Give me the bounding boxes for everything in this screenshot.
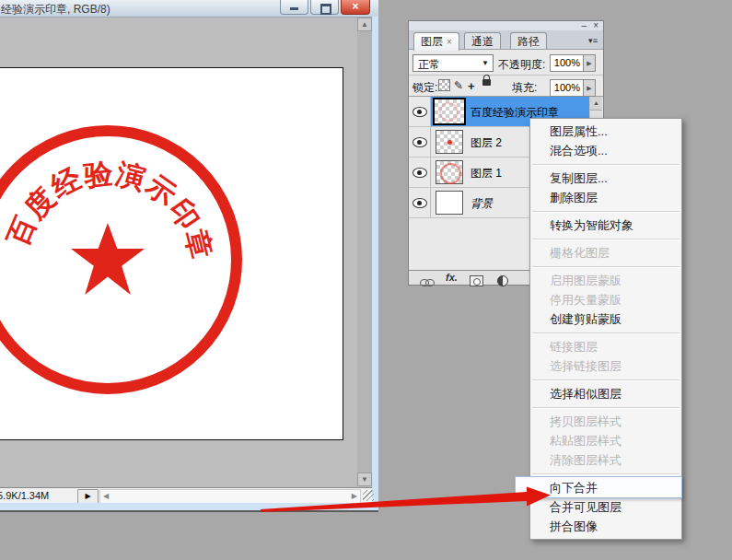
chevron-down-icon: ▼ bbox=[482, 59, 489, 67]
window-bottom-edge bbox=[0, 503, 378, 512]
layer-name: 图层 1 bbox=[471, 166, 502, 181]
context-menu-item-flatten-image[interactable]: 拼合图像 bbox=[530, 517, 681, 536]
lock-position-icon[interactable]: + bbox=[468, 79, 475, 93]
scroll-left-icon[interactable]: ◀ bbox=[103, 492, 109, 500]
context-menu-separator bbox=[530, 207, 681, 216]
context-menu-item-enable-layer-mask: 启用图层蒙版 bbox=[530, 271, 681, 290]
context-menu-item-merge-down[interactable]: 向下合并 bbox=[530, 478, 681, 497]
context-menu-separator bbox=[530, 403, 681, 412]
thumb-stamp bbox=[439, 102, 459, 122]
context-menu-item-clear-layer-style: 清除图层样式 bbox=[530, 450, 681, 470]
tab-layers[interactable]: 图层× bbox=[413, 32, 459, 51]
thumb-dot bbox=[447, 140, 452, 145]
photoshop-workspace: 经验演示印章, RGB/8) × 百度经验演示印章 ▲ ▼ 5.9K/1.34M… bbox=[0, 0, 732, 560]
document-title: 经验演示印章, RGB/8) bbox=[1, 2, 273, 18]
scroll-up-icon[interactable]: ▲ bbox=[590, 97, 602, 111]
layer-thumbnail[interactable] bbox=[436, 160, 463, 184]
layer-thumbnail[interactable] bbox=[436, 130, 463, 154]
context-menu-separator bbox=[530, 262, 681, 271]
layer-thumbnail[interactable] bbox=[433, 98, 466, 125]
opacity-spinner[interactable]: ▶ bbox=[583, 54, 596, 72]
layer-mask-icon[interactable] bbox=[470, 274, 483, 290]
fill-spinner[interactable]: ▶ bbox=[583, 79, 596, 97]
panel-minimize-button[interactable]: – bbox=[581, 21, 587, 30]
context-menu-separator bbox=[530, 235, 681, 243]
eye-icon bbox=[412, 137, 427, 147]
context-menu-item-convert-to-smart-object[interactable]: 转换为智能对象 bbox=[530, 216, 681, 235]
context-menu-item-create-clipping-mask[interactable]: 创建剪贴蒙版 bbox=[530, 309, 681, 329]
context-menu-item-rasterize-layer: 栅格化图层 bbox=[530, 243, 681, 262]
panel-tabs: 图层× 通道 路径 ▾≡ bbox=[409, 30, 603, 50]
vertical-scrollbar[interactable]: ▲ ▼ bbox=[357, 18, 372, 486]
context-menu-item-paste-layer-style: 粘贴图层样式 bbox=[530, 431, 681, 450]
context-menu-item-blending-options[interactable]: 混合选项... bbox=[530, 141, 681, 160]
link-layers-icon[interactable] bbox=[420, 274, 435, 290]
scroll-up-icon[interactable]: ▲ bbox=[357, 18, 372, 31]
document-status-bar: 5.9K/1.34M ▶ ◀ ▶ bbox=[0, 487, 372, 504]
eye-icon bbox=[412, 198, 427, 208]
opacity-input[interactable]: 100% bbox=[550, 54, 584, 72]
scroll-down-icon[interactable]: ▼ bbox=[357, 472, 372, 486]
context-menu-item-copy-layer-style: 拷贝图层样式 bbox=[530, 412, 681, 431]
lock-fill-row: 锁定: ✎ + 填充: 100% ▶ bbox=[409, 75, 603, 97]
visibility-toggle[interactable] bbox=[409, 127, 431, 157]
context-menu-item-select-linked-layers: 选择链接图层 bbox=[530, 356, 681, 376]
blend-options-row: 正常 ▼ 不透明度: 100% ▶ bbox=[409, 52, 603, 74]
context-menu-item-select-similar-layers[interactable]: 选择相似图层 bbox=[530, 384, 681, 403]
fill-label: 填充: bbox=[512, 80, 537, 96]
visibility-toggle[interactable] bbox=[409, 188, 431, 217]
document-titlebar[interactable]: 经验演示印章, RGB/8) × bbox=[0, 0, 378, 18]
lock-transparency-icon[interactable] bbox=[438, 79, 450, 91]
context-menu-separator bbox=[530, 470, 681, 478]
tab-close-icon[interactable]: × bbox=[447, 37, 452, 47]
window-edge bbox=[372, 17, 378, 510]
maximize-button[interactable] bbox=[310, 0, 339, 15]
fill-input[interactable]: 100% bbox=[550, 79, 584, 97]
maximize-icon bbox=[320, 4, 331, 15]
context-menu-item-merge-visible[interactable]: 合并可见图层 bbox=[530, 497, 681, 517]
context-menu-item-layer-properties[interactable]: 图层属性... bbox=[530, 122, 681, 141]
layer-name: 图层 2 bbox=[471, 135, 502, 151]
layer-name: 背景 bbox=[471, 196, 493, 212]
document-canvas[interactable]: 百度经验演示印章 bbox=[0, 67, 343, 440]
opacity-label: 不透明度: bbox=[498, 57, 545, 73]
context-menu-item-delete-layer[interactable]: 删除图层 bbox=[530, 188, 681, 207]
tab-channels[interactable]: 通道 bbox=[464, 32, 501, 49]
context-menu-item-duplicate-layer[interactable]: 复制图层... bbox=[530, 169, 681, 188]
stamp-arc-char: 验 bbox=[82, 154, 114, 195]
tab-paths[interactable]: 路径 bbox=[510, 32, 547, 49]
panel-menu-icon[interactable]: ▾≡ bbox=[585, 34, 601, 47]
visibility-toggle[interactable] bbox=[409, 158, 431, 187]
thumb-circle bbox=[440, 163, 461, 184]
close-button[interactable]: × bbox=[341, 0, 370, 15]
context-menu-item-disable-vector-mask: 停用矢量蒙版 bbox=[530, 290, 681, 309]
document-size-text: 5.9K/1.34M bbox=[1, 490, 49, 501]
blend-mode-select[interactable]: 正常 ▼ bbox=[412, 54, 494, 72]
eye-icon bbox=[412, 107, 427, 117]
context-menu-item-link-layers: 链接图层 bbox=[530, 337, 681, 356]
visibility-toggle[interactable] bbox=[409, 97, 431, 126]
context-menu: 图层属性...混合选项...复制图层...删除图层转换为智能对象栅格化图层启用图… bbox=[529, 118, 682, 540]
document-window: 经验演示印章, RGB/8) × 百度经验演示印章 ▲ ▼ 5.9K/1.34M… bbox=[0, 0, 378, 512]
lock-label: 锁定: bbox=[412, 80, 437, 96]
resize-grip[interactable] bbox=[363, 490, 374, 501]
context-menu-separator bbox=[530, 376, 681, 384]
context-menu-separator bbox=[530, 329, 681, 337]
layer-thumbnail[interactable] bbox=[436, 191, 463, 215]
panel-close-button[interactable]: × bbox=[593, 21, 598, 30]
minimize-icon bbox=[290, 7, 298, 10]
layer-style-icon[interactable]: fx. bbox=[446, 272, 458, 283]
minimize-button[interactable] bbox=[280, 0, 308, 15]
status-flyout-button[interactable]: ▶ bbox=[77, 489, 99, 504]
lock-paint-icon[interactable]: ✎ bbox=[454, 79, 463, 92]
adjustment-layer-icon[interactable] bbox=[497, 274, 508, 290]
lock-all-icon[interactable] bbox=[482, 79, 491, 86]
context-menu-separator bbox=[530, 160, 681, 169]
horizontal-scrollbar[interactable]: ◀ ▶ bbox=[99, 489, 361, 504]
eye-icon bbox=[412, 168, 427, 178]
scroll-right-icon[interactable]: ▶ bbox=[352, 492, 357, 500]
